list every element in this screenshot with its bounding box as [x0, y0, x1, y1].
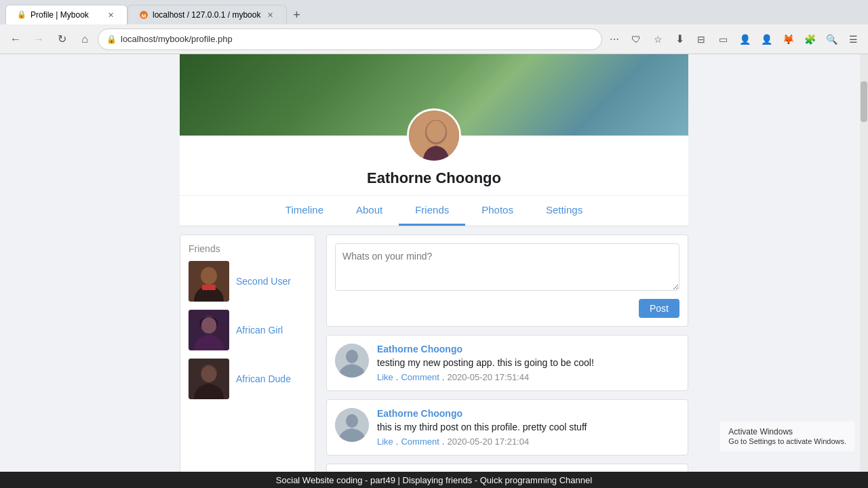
friend-name-second-user: Second User: [236, 276, 291, 287]
svg-rect-7: [202, 285, 216, 290]
friend-avatar-african-girl: [189, 310, 229, 350]
post-like-1[interactable]: Like: [377, 372, 393, 382]
main-content: Friends Second User: [180, 226, 688, 472]
post-text-1: testing my new posting app. this is goin…: [377, 357, 679, 368]
bottom-bar-text: Social Website coding - part49 | Display…: [276, 475, 592, 485]
profile-avatar: [407, 108, 461, 163]
extensions-icon[interactable]: 🧩: [800, 30, 819, 49]
shield-icon[interactable]: 🛡: [627, 30, 646, 49]
tab-close-1[interactable]: ✕: [105, 9, 116, 20]
tab-close-2[interactable]: ✕: [264, 9, 275, 20]
reload-button[interactable]: ↻: [52, 29, 72, 49]
friend-name-african-dude: African Dude: [236, 373, 291, 384]
friend-name-african-girl: African Girl: [236, 325, 283, 336]
post-dot-3: .: [396, 436, 399, 447]
activate-windows-watermark: Activate WindowsGo to Settings to activa…: [720, 422, 854, 451]
svg-point-16: [346, 350, 358, 363]
address-bar[interactable]: 🔒 localhost/mybook/profile.php: [98, 28, 602, 50]
post-time-2: 2020-05-20 17:21:04: [447, 436, 529, 447]
scrollbar[interactable]: [860, 54, 868, 472]
post-author-1[interactable]: Eathorne Choongo: [377, 344, 679, 354]
post-body-1: Eathorne Choongo testing my new posting …: [377, 344, 679, 382]
svg-text:M: M: [142, 13, 146, 19]
nav-settings[interactable]: Settings: [530, 196, 599, 226]
svg-point-4: [427, 121, 446, 142]
tab-profile[interactable]: 🔒 Profile | Mybook ✕: [5, 5, 127, 24]
post-time-1: 2020-05-20 17:51:44: [447, 372, 529, 382]
profile-pic-wrapper: [407, 108, 461, 163]
cover-area: [180, 54, 688, 136]
profile-nav: Timeline About Friends Photos Settings: [180, 195, 688, 226]
nav-friends[interactable]: Friends: [399, 196, 465, 226]
post-box: Post: [326, 235, 688, 327]
address-text: localhost/mybook/profile.php: [121, 34, 233, 44]
friend-item-second-user[interactable]: Second User: [189, 261, 307, 302]
post-text-2: this is my third post on this profile. p…: [377, 422, 679, 432]
friend-item-african-dude[interactable]: African Dude: [189, 359, 307, 399]
post-avatar-1: [335, 344, 369, 378]
nav-bar: ← → ↻ ⌂ 🔒 localhost/mybook/profile.php ⋯…: [0, 24, 868, 54]
tab-localhost[interactable]: M localhost / 127.0.0.1 / mybook ✕: [127, 5, 287, 24]
tab-favicon-1: 🔒: [17, 10, 26, 20]
svg-point-6: [201, 267, 217, 285]
nav-photos[interactable]: Photos: [465, 196, 530, 226]
post-comment-2[interactable]: Comment: [401, 436, 439, 447]
download-icon[interactable]: ⬇: [670, 30, 689, 49]
new-tab-button[interactable]: +: [287, 5, 306, 24]
post-author-2[interactable]: Eathorne Choongo: [377, 408, 679, 419]
tab-favicon-2: M: [139, 10, 149, 20]
friend-avatar-second-user: [189, 261, 229, 302]
post-input[interactable]: [335, 243, 679, 291]
post-card-3: Eathorne Choongo this is my second post …: [326, 464, 688, 472]
svg-point-14: [201, 366, 216, 382]
sidebar-icon[interactable]: ▭: [713, 30, 732, 49]
nav-timeline[interactable]: Timeline: [269, 196, 340, 226]
friends-title: Friends: [189, 243, 307, 254]
post-actions-2: Like . Comment . 2020-05-20 17:21:04: [377, 436, 679, 447]
post-dot-1: .: [396, 372, 399, 382]
post-button[interactable]: Post: [639, 299, 679, 318]
account-icon[interactable]: 👤: [735, 30, 754, 49]
svg-point-18: [346, 414, 358, 428]
tab-label-1: Profile | Mybook: [31, 10, 89, 20]
home-button[interactable]: ⌂: [75, 29, 95, 49]
profile-name: Eathorne Choongo: [180, 169, 688, 187]
tab-bar: 🔒 Profile | Mybook ✕ M localhost / 127.0…: [0, 0, 868, 24]
profile-icon[interactable]: 👤: [757, 30, 776, 49]
friend-item-african-girl[interactable]: African Girl: [189, 310, 307, 350]
page-wrapper: Eathorne Choongo Timeline About Friends …: [0, 54, 868, 472]
tab-label-2: localhost / 127.0.0.1 / mybook: [153, 10, 260, 20]
search-icon[interactable]: 🔍: [822, 30, 841, 49]
hamburger-menu[interactable]: ☰: [844, 30, 863, 49]
bottom-bar: Social Website coding - part49 | Display…: [0, 472, 868, 488]
post-avatar-2: [335, 408, 369, 442]
post-like-2[interactable]: Like: [377, 436, 393, 447]
post-dot-2: .: [442, 372, 445, 382]
posts-area: Post Eathorne Choongo testing my new pos…: [326, 235, 688, 472]
sync-icon[interactable]: 🦊: [778, 30, 797, 49]
overflow-menu[interactable]: ⋯: [605, 30, 624, 49]
back-button[interactable]: ←: [5, 29, 26, 49]
friends-sidebar: Friends Second User: [180, 235, 315, 472]
post-actions-1: Like . Comment . 2020-05-20 17:51:44: [377, 372, 679, 382]
nav-right-icons: ⋯ 🛡 ☆ ⬇ ⊟ ▭ 👤 👤 🦊 🧩 🔍 ☰: [605, 30, 863, 49]
tabs-icon[interactable]: ⊟: [692, 30, 711, 49]
post-dot-4: .: [442, 436, 445, 447]
post-card-2: Eathorne Choongo this is my third post o…: [326, 399, 688, 455]
svg-point-11: [201, 317, 216, 333]
browser-chrome: 🔒 Profile | Mybook ✕ M localhost / 127.0…: [0, 0, 868, 54]
forward-button[interactable]: →: [28, 29, 49, 49]
nav-about[interactable]: About: [340, 196, 399, 226]
post-card-1: Eathorne Choongo testing my new posting …: [326, 335, 688, 391]
star-icon[interactable]: ☆: [648, 30, 667, 49]
friend-avatar-african-dude: [189, 359, 229, 399]
lock-icon: 🔒: [106, 35, 117, 44]
post-body-2: Eathorne Choongo this is my third post o…: [377, 408, 679, 447]
post-comment-1[interactable]: Comment: [401, 372, 439, 382]
scrollbar-thumb[interactable]: [861, 81, 867, 122]
